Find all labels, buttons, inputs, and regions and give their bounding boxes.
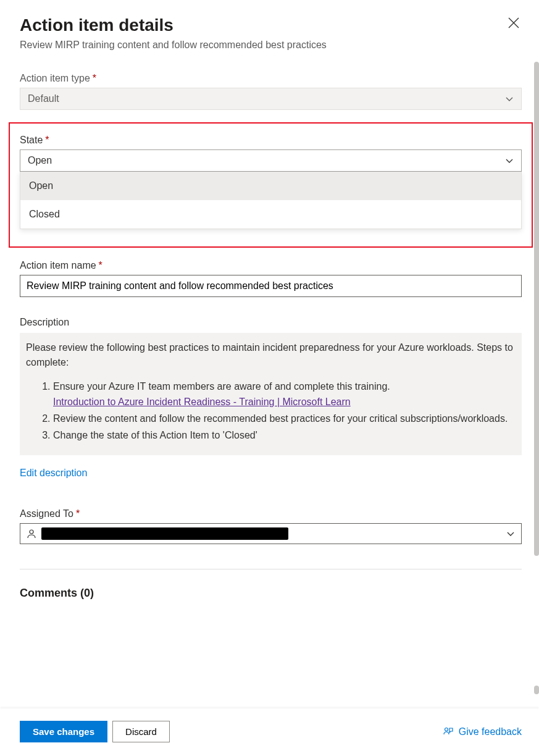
svg-point-0 bbox=[30, 530, 33, 534]
name-label: Action item name* bbox=[20, 260, 522, 271]
assigned-select[interactable] bbox=[20, 523, 522, 544]
feedback-icon bbox=[443, 726, 454, 737]
state-dropdown: Open Closed bbox=[20, 172, 522, 229]
state-option-closed[interactable]: Closed bbox=[20, 200, 521, 229]
page-title: Action item details bbox=[20, 15, 327, 36]
assigned-value-redacted bbox=[41, 527, 288, 540]
discard-button[interactable]: Discard bbox=[112, 721, 170, 742]
svg-point-1 bbox=[445, 728, 448, 731]
state-label: State* bbox=[20, 135, 522, 146]
close-icon bbox=[508, 17, 519, 28]
description-step-2: Review the content and follow the recomm… bbox=[53, 411, 516, 427]
description-label: Description bbox=[20, 317, 522, 328]
comments-heading: Comments (0) bbox=[20, 587, 522, 600]
training-link[interactable]: Introduction to Azure Incident Readiness… bbox=[53, 397, 351, 407]
description-step-3: Change the state of this Action Item to … bbox=[53, 428, 516, 443]
state-option-open[interactable]: Open bbox=[20, 172, 521, 200]
description-step-1: Ensure your Azure IT team members are aw… bbox=[53, 379, 516, 410]
name-input[interactable] bbox=[20, 275, 522, 297]
state-select[interactable]: Open bbox=[20, 149, 522, 172]
type-label: Action item type* bbox=[20, 73, 522, 84]
footer-bar: Save changes Discard Give feedback bbox=[0, 708, 539, 756]
type-value: Default bbox=[28, 93, 59, 104]
scrollbar[interactable] bbox=[534, 62, 539, 556]
edit-description-link[interactable]: Edit description bbox=[20, 468, 87, 479]
description-body: Please review the following best practic… bbox=[20, 333, 522, 456]
state-highlight: State* Open Open Closed bbox=[9, 122, 533, 248]
chevron-down-icon bbox=[506, 529, 515, 538]
chevron-down-icon bbox=[505, 156, 514, 165]
close-button[interactable] bbox=[506, 15, 522, 33]
state-value: Open bbox=[28, 155, 52, 166]
assigned-label: Assigned To* bbox=[20, 508, 522, 519]
person-icon bbox=[27, 529, 36, 539]
scrollbar[interactable] bbox=[534, 686, 539, 694]
description-intro: Please review the following best practic… bbox=[26, 340, 516, 371]
divider bbox=[20, 569, 522, 569]
page-subtitle: Review MIRP training content and follow … bbox=[20, 40, 327, 51]
chevron-down-icon bbox=[505, 94, 514, 103]
type-select[interactable]: Default bbox=[20, 88, 522, 110]
feedback-link[interactable]: Give feedback bbox=[443, 726, 522, 737]
save-button[interactable]: Save changes bbox=[20, 721, 107, 742]
